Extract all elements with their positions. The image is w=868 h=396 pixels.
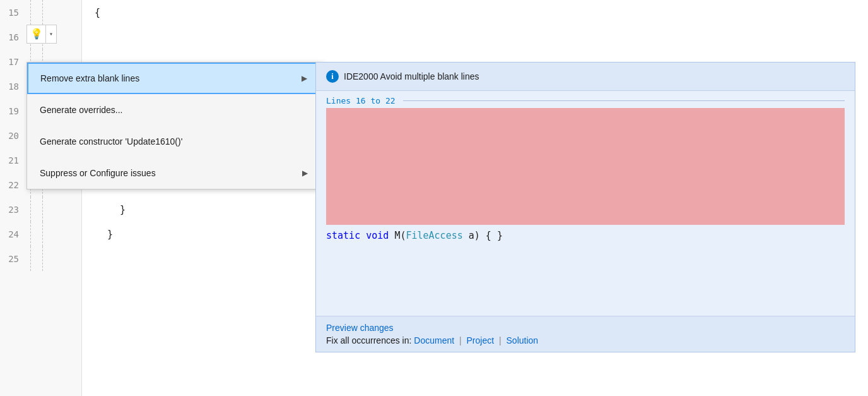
fix-solution-link[interactable]: Solution xyxy=(507,335,539,345)
fix-document-link[interactable]: Document xyxy=(414,335,454,345)
menu-item-suppress-configure[interactable]: Suppress or Configure issues ▶ xyxy=(27,157,322,189)
menu-item-generate-overrides[interactable]: Generate overrides... xyxy=(27,94,322,126)
code-line-16 xyxy=(82,25,868,49)
menu-item-label: Suppress or Configure issues xyxy=(40,168,300,178)
menu-item-remove-blank-lines[interactable]: Remove extra blank lines ▶ xyxy=(27,63,322,94)
separator: | xyxy=(459,335,464,345)
code-line-15: { xyxy=(82,0,868,25)
indent-guide xyxy=(42,246,43,271)
deleted-code-area xyxy=(326,108,845,225)
preview-range: Lines 16 to 22 xyxy=(316,91,855,108)
range-label: Lines 16 to 22 xyxy=(326,96,396,105)
line-24: 24 xyxy=(0,222,81,246)
preview-code-line: static void M(FileAccess a) { } xyxy=(316,225,855,246)
preview-title: IDE2000 Avoid multiple blank lines xyxy=(344,71,479,81)
indent-guide xyxy=(42,197,43,222)
indent-guide xyxy=(30,0,31,25)
line-number-gutter: 15 16 17 18 19 20 xyxy=(0,0,82,396)
info-icon: i xyxy=(326,70,339,83)
dropdown-arrow-icon: ▾ xyxy=(49,30,53,38)
line-23: 23 xyxy=(0,197,81,222)
menu-item-label: Generate constructor 'Update1610()' xyxy=(40,136,310,147)
fix-all-prefix: Fix all occurrences in: xyxy=(326,335,414,345)
preview-changes-link[interactable]: Preview changes xyxy=(326,323,845,333)
preview-panel: i IDE2000 Avoid multiple blank lines Lin… xyxy=(315,62,855,352)
range-separator xyxy=(403,100,845,101)
fix-all-line: Fix all occurrences in: Document | Proje… xyxy=(326,335,845,345)
line-25: 25 xyxy=(0,246,81,271)
lightbulb-button[interactable]: 💡 xyxy=(26,25,45,44)
indent-guide xyxy=(42,0,43,25)
separator: | xyxy=(499,335,504,345)
indent-guide xyxy=(30,197,31,222)
lightbulb-icon: 💡 xyxy=(30,28,43,40)
line-15: 15 xyxy=(0,0,81,25)
preview-header: i IDE2000 Avoid multiple blank lines xyxy=(316,63,855,91)
submenu-arrow-icon: ▶ xyxy=(300,169,310,177)
menu-item-label: Generate overrides... xyxy=(40,105,310,115)
context-menu: Remove extra blank lines ▶ Generate over… xyxy=(26,62,323,189)
indent-guide xyxy=(30,246,31,271)
indent-guide xyxy=(30,222,31,246)
lightbulb-dropdown-button[interactable]: ▾ xyxy=(45,25,57,44)
submenu-arrow-icon: ▶ xyxy=(299,74,309,83)
menu-item-label: Remove extra blank lines xyxy=(40,73,299,83)
menu-item-generate-constructor[interactable]: Generate constructor 'Update1610()' xyxy=(27,126,322,157)
preview-footer: Preview changes Fix all occurrences in: … xyxy=(316,316,855,352)
fix-project-link[interactable]: Project xyxy=(467,335,495,345)
indent-guide xyxy=(42,222,43,246)
lightbulb-widget[interactable]: 💡 ▾ xyxy=(26,25,57,44)
